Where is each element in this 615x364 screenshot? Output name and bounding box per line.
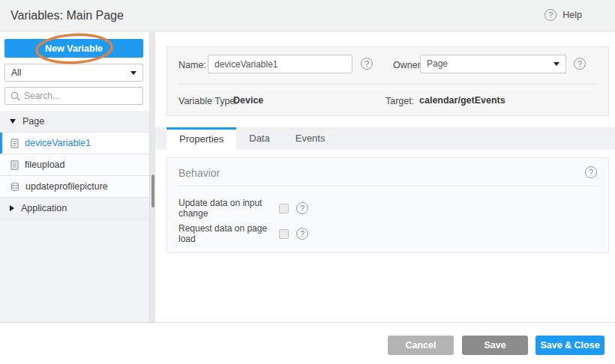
tree-group-page[interactable]: Page: [0, 111, 150, 133]
search-box[interactable]: [4, 87, 143, 105]
variable-tree: Page deviceVariable1: [0, 111, 150, 324]
variable-filter-select[interactable]: All: [4, 64, 143, 82]
device-variable-icon: [10, 139, 19, 148]
page-title: Variables: Main Page: [10, 9, 124, 22]
new-variable-button[interactable]: New Variable: [4, 39, 143, 58]
save-close-button[interactable]: Save & Close: [536, 336, 604, 355]
tab-properties[interactable]: Properties: [166, 127, 236, 150]
help-icon: [544, 9, 556, 21]
behavior-divider: [178, 186, 597, 186]
owner-selected-value: Page: [427, 58, 448, 69]
tree-group-label: Page: [22, 116, 44, 127]
caret-right-icon: [10, 205, 14, 211]
owner-help-icon[interactable]: [574, 58, 586, 70]
option-row-request-data: Request data on page load: [178, 227, 308, 240]
tree-item-devicevariable1[interactable]: deviceVariable1: [0, 133, 150, 154]
checkbox-label: Request data on page load: [178, 223, 279, 244]
scrollbar-thumb[interactable]: [152, 175, 154, 207]
behavior-section-title: Behavior: [178, 167, 220, 179]
tree-group-application[interactable]: Application: [0, 198, 150, 219]
chevron-down-icon: [554, 62, 560, 66]
update-data-help-icon[interactable]: [296, 202, 308, 214]
variable-type-label: Variable Type:: [178, 96, 238, 106]
tree-item-label: updateprofilepicture: [26, 181, 108, 192]
chevron-down-icon: [130, 71, 136, 75]
name-label: Name:*: [178, 60, 212, 70]
tree-item-updateprofilepicture[interactable]: updateprofilepicture: [0, 176, 150, 198]
request-data-checkbox[interactable]: [279, 229, 289, 239]
save-button[interactable]: Save: [462, 336, 528, 355]
search-input[interactable]: [24, 91, 129, 101]
name-input[interactable]: [208, 55, 352, 73]
variables-dialog: Variables: Main Page Help New Variable A…: [0, 0, 615, 364]
owner-select[interactable]: Page: [420, 55, 566, 73]
behavior-section: Behavior Update data on input change Req…: [166, 157, 609, 253]
variable-summary-panel: Name:* Owner:* Page Variable Type: Devic…: [166, 46, 609, 116]
option-row-update-data: Update data on input change: [178, 201, 308, 215]
tab-data[interactable]: Data: [236, 127, 282, 150]
checkbox-label: Update data on input change: [178, 198, 279, 219]
service-variable-icon: [10, 182, 20, 192]
tree-group-label: Application: [21, 203, 67, 213]
footer-bar: Cancel Save Save & Close: [0, 322, 615, 364]
behavior-help-icon[interactable]: [585, 166, 597, 178]
target-value: calendar/getEvents: [419, 95, 506, 106]
caret-down-icon: [10, 119, 16, 124]
target-label: Target:: [386, 96, 414, 106]
tab-events[interactable]: Events: [283, 127, 338, 150]
panel-divider: [178, 84, 597, 85]
tree-empty-area: [0, 219, 150, 324]
sidebar: New Variable All Page: [0, 32, 150, 322]
tree-item-label: deviceVariable1: [25, 138, 91, 148]
device-variable-icon: [10, 160, 19, 170]
variable-type-value: Device: [233, 95, 263, 106]
request-data-help-icon[interactable]: [296, 228, 308, 240]
header-bar: Variables: Main Page Help: [0, 0, 615, 31]
filter-selected-value: All: [11, 67, 21, 78]
tree-item-label: fileupload: [25, 160, 65, 170]
cancel-button[interactable]: Cancel: [388, 336, 454, 355]
tab-bar: Properties Data Events: [155, 127, 615, 150]
name-help-icon[interactable]: [361, 58, 373, 70]
update-data-checkbox[interactable]: [279, 204, 289, 213]
help-button[interactable]: Help: [544, 9, 582, 21]
search-icon: [10, 91, 20, 101]
main-panel: Name:* Owner:* Page Variable Type: Devic…: [155, 32, 615, 322]
sidebar-scrollbar[interactable]: [149, 32, 155, 322]
help-label: Help: [562, 10, 582, 20]
tree-item-fileupload[interactable]: fileupload: [0, 154, 150, 176]
